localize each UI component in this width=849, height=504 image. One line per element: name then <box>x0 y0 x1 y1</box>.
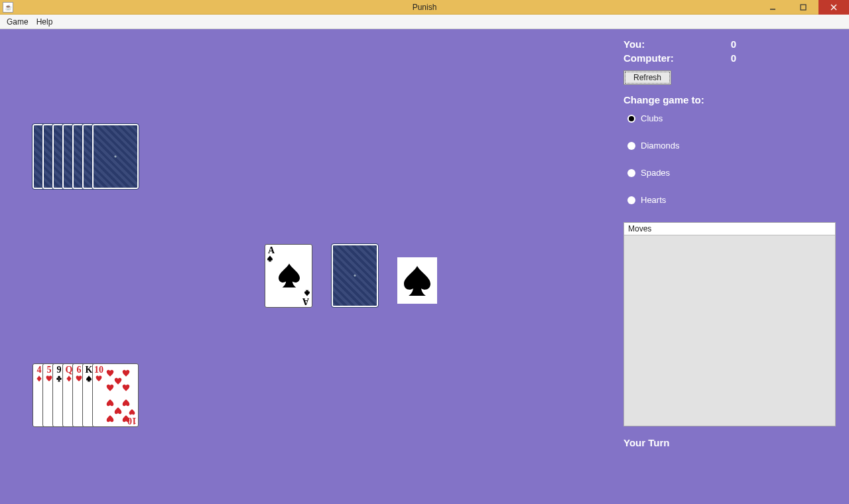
radio-hearts[interactable]: Hearts <box>627 195 836 205</box>
current-suit-indicator <box>397 257 437 304</box>
window-controls <box>757 0 849 15</box>
card-pips <box>103 368 130 424</box>
moves-header: Moves <box>624 223 835 235</box>
you-label: You: <box>623 38 645 50</box>
draw-pile[interactable] <box>332 244 378 307</box>
game-area: You: 0 Computer: 0 Refresh Change game t… <box>0 29 849 504</box>
spade-icon <box>276 261 302 290</box>
java-icon: ☕ <box>3 2 13 13</box>
spade-icon <box>401 262 434 299</box>
menu-game[interactable]: Game <box>3 16 33 28</box>
computer-score: 0 <box>731 52 736 64</box>
change-game-label: Change game to: <box>623 94 836 105</box>
player-card[interactable]: 1010 <box>92 363 139 427</box>
turn-label: Your Turn <box>623 437 836 448</box>
minimize-button[interactable] <box>757 0 788 15</box>
radio-label: Diamonds <box>641 141 680 151</box>
moves-list[interactable]: Moves <box>623 222 836 426</box>
radio-label: Spades <box>641 168 670 178</box>
radio-clubs[interactable]: Clubs <box>627 113 836 123</box>
card-rank: 10 <box>94 365 103 384</box>
radio-label: Clubs <box>641 113 663 123</box>
card-rank: A <box>267 246 276 262</box>
radio-dot-icon <box>627 196 635 204</box>
radio-dot-icon <box>627 169 635 177</box>
radio-spades[interactable]: Spades <box>627 168 836 178</box>
titlebar: ☕ Punish <box>0 0 849 15</box>
computer-label: Computer: <box>623 52 674 64</box>
radio-dot-icon <box>627 115 635 123</box>
window-title: Punish <box>413 3 437 12</box>
refresh-button[interactable]: Refresh <box>623 70 671 85</box>
suit-radio-group: Clubs Diamonds Spades Hearts <box>623 113 836 205</box>
score-computer: Computer: 0 <box>623 52 736 64</box>
svg-rect-4 <box>801 5 806 10</box>
maximize-button[interactable] <box>788 0 818 15</box>
you-score: 0 <box>731 38 736 50</box>
radio-diamonds[interactable]: Diamonds <box>627 141 836 151</box>
card-rank-bottom: 10 <box>127 407 137 425</box>
radio-dot-icon <box>627 142 635 150</box>
menubar: Game Help <box>0 15 849 29</box>
side-panel: You: 0 Computer: 0 Refresh Change game t… <box>623 38 836 448</box>
menu-help[interactable]: Help <box>33 16 57 28</box>
radio-label: Hearts <box>641 195 666 205</box>
opponent-card-back <box>92 124 139 189</box>
score-you: You: 0 <box>623 38 736 50</box>
close-button[interactable] <box>818 0 849 15</box>
discard-pile[interactable]: A A <box>265 244 312 308</box>
card-rank-bottom: A <box>301 290 310 306</box>
